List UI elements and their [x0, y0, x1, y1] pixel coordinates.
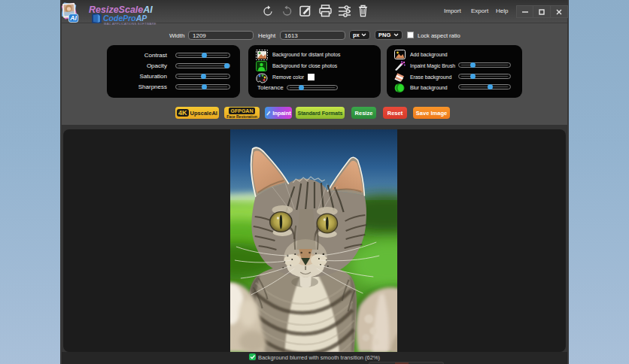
svg-text:AI: AI: [69, 14, 77, 22]
svg-text:MAC APPLICATIONS SOFTWARE: MAC APPLICATIONS SOFTWARE: [104, 22, 156, 26]
